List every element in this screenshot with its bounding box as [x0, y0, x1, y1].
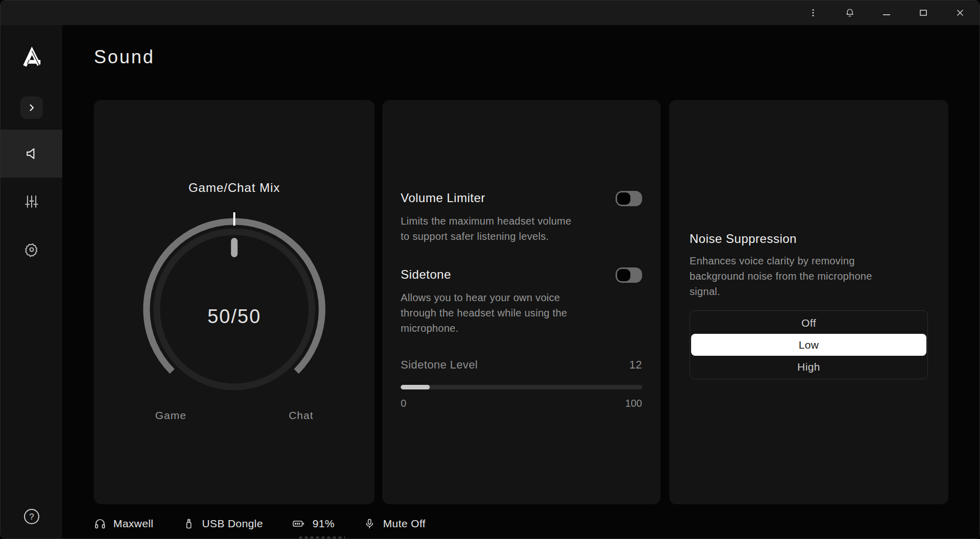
- sidetone-level-value: 12: [629, 358, 642, 372]
- volume-limiter-toggle[interactable]: [616, 191, 642, 206]
- noise-option[interactable]: Off: [691, 312, 926, 334]
- status-connection: USB Dongle: [183, 518, 263, 530]
- noise-suppression-card: Noise Suppression Enhances voice clarity…: [669, 100, 948, 504]
- mix-title: Game/Chat Mix: [188, 181, 280, 195]
- close-icon[interactable]: [953, 6, 967, 20]
- chevron-right-icon: [27, 103, 36, 112]
- mix-right-label: Chat: [289, 409, 313, 422]
- help-icon: ?: [23, 508, 40, 525]
- toggle-thumb: [617, 269, 630, 281]
- sidetone-title: Sidetone: [401, 267, 451, 282]
- sidetone-description: Allows you to hear your own voice throug…: [401, 290, 642, 336]
- sidebar-expand-button[interactable]: [20, 96, 43, 119]
- mix-left-label: Game: [155, 409, 186, 422]
- battery-icon: [292, 518, 305, 530]
- noise-suppression-title: Noise Suppression: [690, 232, 928, 246]
- sidetone-min-label: 0: [401, 398, 406, 409]
- audeze-logo: [20, 46, 43, 70]
- equalizer-icon: [24, 194, 39, 209]
- sidetone-max-label: 100: [625, 398, 642, 409]
- sidebar: ?: [1, 25, 62, 538]
- status-device: Maxwell: [94, 518, 154, 530]
- status-mic: Mute Off: [363, 518, 425, 530]
- sidetone-toggle[interactable]: [616, 267, 642, 283]
- gear-icon: [24, 242, 39, 257]
- kebab-menu-icon[interactable]: [806, 6, 820, 20]
- sidetone-level-slider[interactable]: [401, 385, 642, 389]
- speaker-icon: [24, 146, 39, 161]
- app-window: ? Sound Game/Chat Mix 50/50 Game Chat: [0, 0, 980, 539]
- toggle-thumb: [617, 192, 630, 205]
- status-battery-label: 91%: [312, 518, 334, 530]
- main-content: Sound Game/Chat Mix 50/50 Game Chat Vo: [62, 25, 979, 538]
- microphone-icon: [363, 518, 376, 530]
- sidebar-nav: [1, 130, 62, 274]
- status-device-label: Maxwell: [113, 518, 154, 530]
- clipped-content-sliver: [299, 536, 345, 538]
- sidetone-slider-fill: [401, 385, 430, 389]
- sidetone-scale: 0 100: [401, 398, 642, 409]
- sidebar-item-settings[interactable]: [1, 226, 62, 274]
- audio-settings-card: Volume Limiter Limits the maximum headse…: [382, 100, 660, 504]
- status-battery: 91%: [292, 518, 334, 530]
- status-connection-label: USB Dongle: [202, 518, 263, 530]
- volume-limiter-title: Volume Limiter: [401, 191, 485, 205]
- maximize-icon[interactable]: [916, 6, 930, 20]
- page-title: Sound: [94, 46, 155, 68]
- noise-suppression-segmented: Off Low High: [690, 310, 928, 379]
- usb-dongle-icon: [183, 518, 195, 530]
- status-mic-label: Mute Off: [383, 518, 425, 530]
- mix-labels: Game Chat: [155, 409, 313, 422]
- volume-limiter-description: Limits the maximum headset volume to sup…: [401, 213, 642, 244]
- noise-suppression-description: Enhances voice clarity by removing backg…: [690, 253, 928, 299]
- titlebar: [1, 1, 979, 25]
- status-bar: Maxwell USB Dongle 91%: [94, 513, 426, 534]
- mix-value: 50/50: [137, 306, 331, 328]
- noise-option[interactable]: High: [691, 356, 926, 378]
- game-chat-mix-card: Game/Chat Mix 50/50 Game Chat: [94, 100, 375, 504]
- noise-option[interactable]: Low: [691, 334, 926, 356]
- sidetone-level-label: Sidetone Level: [401, 358, 478, 372]
- bell-icon[interactable]: [843, 6, 857, 20]
- knob-top-tick: [233, 212, 235, 226]
- game-chat-mix-knob[interactable]: 50/50: [137, 212, 331, 406]
- minimize-icon[interactable]: [879, 6, 894, 20]
- help-button[interactable]: ?: [1, 508, 62, 525]
- headphones-icon: [94, 518, 106, 530]
- knob-indicator: [231, 238, 238, 257]
- svg-text:?: ?: [29, 512, 34, 522]
- sidebar-item-equalizer[interactable]: [1, 178, 62, 226]
- sidebar-item-sound[interactable]: [1, 130, 62, 178]
